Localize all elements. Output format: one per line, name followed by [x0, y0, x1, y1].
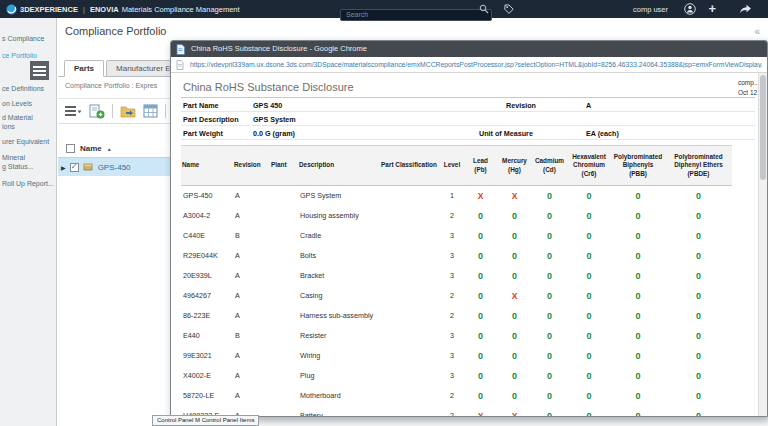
- menu-toggle-icon[interactable]: [30, 61, 49, 80]
- user-avatar-icon[interactable]: [684, 3, 696, 15]
- window-title: China RoHS Substance Disclosure - Google…: [191, 44, 367, 53]
- status-pbb: 0: [611, 286, 665, 306]
- share-icon[interactable]: [739, 4, 752, 14]
- part-weight-value: 0.0 G (gram): [253, 129, 295, 138]
- popup-scrollbar[interactable]: [758, 73, 767, 416]
- cell-revision: A: [233, 286, 270, 306]
- cell-level: 2: [440, 206, 464, 226]
- sidebar-item-restricted-material[interactable]: d Material ions: [2, 114, 33, 132]
- status-cadmium: 0: [532, 306, 567, 326]
- status-pbb: 0: [611, 206, 665, 226]
- page-title: Compliance Portfolio: [65, 25, 167, 37]
- row-checkbox[interactable]: [70, 163, 79, 172]
- part-weight-label: Part Weight: [183, 129, 223, 138]
- cell-revision: A: [233, 386, 270, 406]
- reports-grid-icon[interactable]: [143, 104, 158, 118]
- cell-level: 3: [440, 226, 464, 246]
- status-pbde: 0: [665, 266, 732, 286]
- tab-bar: Parts Manufacturer Eq: [64, 58, 187, 77]
- cell-plant: [270, 186, 298, 206]
- status-chromium: 0: [567, 346, 611, 366]
- sidebar-item-materials-compliance[interactable]: s Compliance: [2, 35, 44, 44]
- status-cadmium: 0: [532, 266, 567, 286]
- col-part-classification: Part Classification: [378, 146, 440, 186]
- cell-name: E440: [181, 326, 233, 346]
- tag-icon[interactable]: [504, 4, 514, 14]
- form-row-part-name: Part Name GPS 450 Revision A: [181, 98, 755, 112]
- cell-plant: [270, 246, 298, 266]
- brand-divider: |: [83, 5, 85, 14]
- taskbar-fragment[interactable]: Control Panel M Control Panel Items: [152, 415, 259, 426]
- sidebar-item-mineral-reporting-status[interactable]: Mineral g Status...: [2, 154, 34, 172]
- 3ds-logo-icon: [6, 4, 17, 15]
- cell-name: 99E3021: [181, 346, 233, 366]
- status-lead: 0: [464, 386, 497, 406]
- cell-plant: [270, 386, 298, 406]
- status-chromium: 0: [567, 386, 611, 406]
- status-mercury: 0: [497, 226, 532, 246]
- substance-row: A3004-2 A Housing assembly 2 0 0 0 0 0 0: [181, 206, 732, 226]
- tab-parts[interactable]: Parts: [64, 60, 104, 77]
- status-lead: 0: [464, 266, 497, 286]
- cell-level: 3: [440, 366, 464, 386]
- status-chromium: 0: [567, 266, 611, 286]
- window-titlebar[interactable]: China RoHS Substance Disclosure - Google…: [171, 41, 767, 57]
- cell-level: 2: [440, 386, 464, 406]
- sidebar-item-restriction-levels[interactable]: on Levels: [2, 100, 32, 109]
- toolbar-separator: [165, 104, 166, 118]
- substance-table: Name Revision Plant Description Part Cla…: [181, 145, 732, 416]
- document-icon: [176, 60, 184, 70]
- uom-label: Unit of Measure: [479, 129, 533, 138]
- cell-classification: [378, 186, 440, 206]
- brand-primary: 3DEXPERIENCE: [20, 5, 78, 14]
- sidebar-item-manufacturer-equivalent[interactable]: urer Equivalent: [2, 138, 49, 147]
- sidebar-item-compliance-portfolio[interactable]: ce Portfolio: [2, 52, 37, 61]
- col-pbde: Polybrominated Diphenyl Ethers (PBDE): [665, 146, 732, 186]
- search-input[interactable]: [340, 9, 492, 21]
- status-pbde: 0: [665, 406, 732, 417]
- status-cadmium: 0: [532, 286, 567, 306]
- name-column-header[interactable]: Name: [80, 144, 102, 153]
- expand-row-icon[interactable]: ▶: [61, 164, 66, 171]
- status-chromium: 0: [567, 186, 611, 206]
- status-mercury: 0: [497, 306, 532, 326]
- substance-row: R29E044K A Bolts 3 0 0 0 0 0 0: [181, 246, 732, 266]
- create-part-icon[interactable]: [89, 104, 105, 119]
- cell-description: Battery: [298, 406, 378, 417]
- status-pbb: 0: [611, 226, 665, 246]
- col-lead: Lead (Pb): [464, 146, 497, 186]
- brand-secondary: ENOVIA: [90, 5, 119, 14]
- status-lead: 0: [464, 346, 497, 366]
- user-label[interactable]: comp user: [633, 5, 668, 14]
- cell-description: Casing: [298, 286, 378, 306]
- sort-asc-icon[interactable]: ▲: [107, 146, 112, 152]
- form-row-part-description: Part Description GPS System: [181, 112, 755, 126]
- sidebar-item-roll-up-report[interactable]: Roll Up Report...: [2, 180, 54, 189]
- panel-collapse-icon[interactable]: «: [754, 26, 760, 37]
- cell-plant: [270, 226, 298, 246]
- status-pbb: 0: [611, 326, 665, 346]
- status-pbb: 0: [611, 366, 665, 386]
- cell-description: Housing assembly: [298, 206, 378, 226]
- status-cadmium: 0: [532, 186, 567, 206]
- revision-value: A: [586, 101, 591, 110]
- select-all-checkbox[interactable]: [66, 144, 75, 153]
- status-cadmium: 0: [532, 246, 567, 266]
- search-icon[interactable]: [479, 4, 489, 14]
- actions-menu-icon[interactable]: [65, 104, 82, 118]
- part-name-link[interactable]: GPS-450: [98, 163, 131, 172]
- cell-classification: [378, 406, 440, 417]
- status-pbde: 0: [665, 286, 732, 306]
- address-bar[interactable]: https://vdevpril339am.ux.dsone.3ds.com/3…: [171, 57, 767, 73]
- cell-revision: B: [233, 326, 270, 346]
- status-mercury: 0: [497, 266, 532, 286]
- cell-classification: [378, 386, 440, 406]
- cell-plant: [270, 206, 298, 226]
- substance-table-header: Name Revision Plant Description Part Cla…: [181, 146, 732, 186]
- import-folder-icon[interactable]: [120, 104, 136, 118]
- add-icon[interactable]: +: [708, 0, 716, 18]
- cell-description: Harness sub-assembly: [298, 306, 378, 326]
- scrollbar-thumb[interactable]: [760, 75, 766, 180]
- cell-revision: A: [233, 366, 270, 386]
- sidebar-item-compliance-definitions[interactable]: ce Definitions: [2, 85, 44, 94]
